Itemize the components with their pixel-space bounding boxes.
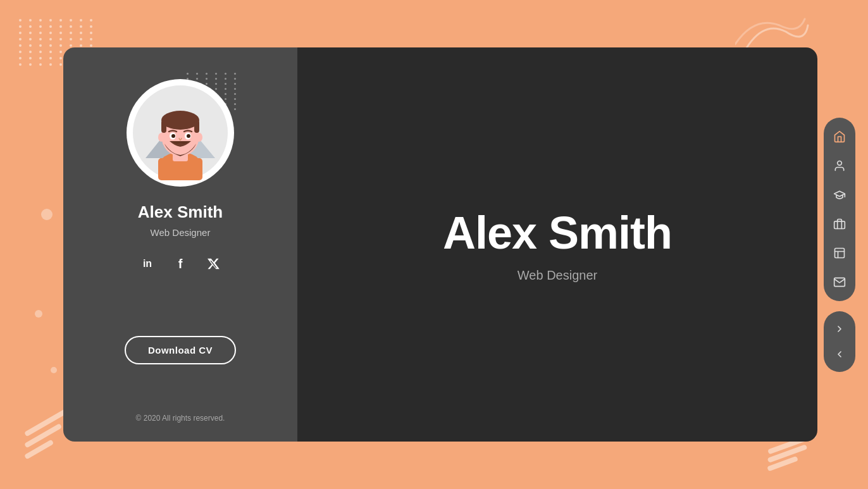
right-nav — [824, 118, 855, 372]
main-job-title: Web Designer — [518, 268, 597, 283]
svg-point-17 — [838, 161, 842, 165]
nav-arrow-pill — [824, 311, 855, 372]
svg-point-15 — [158, 133, 164, 142]
main-content: Alex Smith Web Designer — [297, 47, 817, 442]
avatar-container — [127, 79, 234, 187]
svg-point-8 — [161, 111, 199, 130]
nav-pill — [824, 118, 855, 301]
nav-next-button[interactable] — [827, 316, 852, 342]
social-icons: in f — [137, 254, 223, 274]
decor-lines-bottomright — [767, 437, 817, 470]
svg-rect-19 — [835, 248, 845, 257]
svg-rect-5 — [158, 158, 202, 180]
decor-circle-2 — [35, 310, 42, 318]
nav-contact-button[interactable] — [827, 269, 852, 295]
download-cv-button[interactable]: Download CV — [125, 336, 236, 364]
svg-rect-18 — [834, 221, 845, 228]
svg-rect-9 — [161, 120, 166, 133]
main-name: Alex Smith — [443, 207, 672, 259]
facebook-icon[interactable]: f — [170, 254, 190, 274]
twitter-icon[interactable] — [203, 254, 223, 274]
nav-work-button[interactable] — [827, 211, 852, 237]
sidebar: Alex Smith Web Designer in f Download CV… — [63, 47, 297, 442]
svg-point-16 — [196, 133, 202, 142]
linkedin-icon[interactable]: in — [137, 254, 158, 274]
sidebar-title: Web Designer — [151, 227, 211, 238]
decor-circle-1 — [41, 209, 53, 220]
main-card: Alex Smith Web Designer in f Download CV… — [63, 47, 817, 442]
svg-point-13 — [171, 134, 175, 138]
nav-education-button[interactable] — [827, 182, 852, 207]
copyright-text: © 2020 All rights reserved. — [136, 401, 225, 423]
nav-profile-button[interactable] — [827, 153, 852, 178]
svg-point-14 — [187, 134, 190, 138]
nav-prev-button[interactable] — [827, 342, 852, 367]
nav-home-button[interactable] — [827, 124, 852, 149]
avatar — [127, 79, 234, 187]
svg-rect-10 — [194, 120, 199, 133]
sidebar-name: Alex Smith — [138, 202, 223, 222]
decor-circle-3 — [51, 367, 57, 373]
nav-portfolio-button[interactable] — [827, 240, 852, 266]
